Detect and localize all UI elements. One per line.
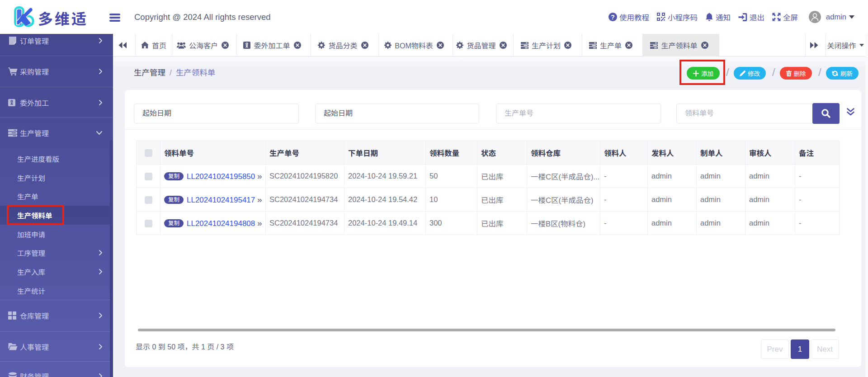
- svg-text:?: ?: [611, 14, 615, 21]
